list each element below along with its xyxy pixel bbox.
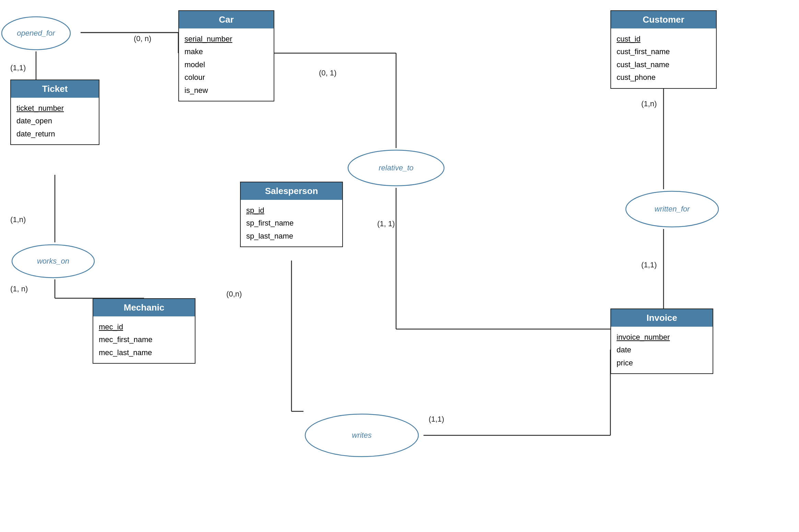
attr-date: date — [617, 343, 707, 356]
relation-writes-label: writes — [352, 431, 371, 440]
entity-invoice-header: Invoice — [611, 309, 713, 327]
card-11-relative: (1, 1) — [377, 219, 395, 228]
entity-mechanic-body: mec_id mec_first_name mec_last_name — [93, 316, 195, 363]
entity-ticket: Ticket ticket_number date_open date_retu… — [10, 80, 99, 145]
attr-model: model — [184, 58, 268, 71]
relation-written-for: written_for — [622, 189, 722, 229]
relation-works-on-label: works_on — [37, 257, 69, 266]
card-11-invoice: (1,1) — [429, 415, 444, 424]
relation-writes: writes — [302, 411, 422, 459]
attr-cust-first-name: cust_first_name — [617, 45, 711, 58]
attr-cust-last-name: cust_last_name — [617, 58, 711, 71]
card-11-ticket: (1,1) — [10, 63, 26, 72]
card-0n-car: (0, n) — [134, 34, 151, 43]
attr-serial-number: serial_number — [184, 33, 268, 45]
card-1n-customer: (1,n) — [641, 99, 657, 108]
entity-car-header: Car — [179, 11, 274, 28]
entity-car-body: serial_number make model colour is_new — [179, 28, 274, 101]
attr-cust-id: cust_id — [617, 33, 711, 45]
card-1n-mechanic: (1, n) — [10, 285, 28, 293]
card-0n-writes: (0,n) — [226, 290, 242, 299]
attr-make: make — [184, 45, 268, 58]
entity-customer: Customer cust_id cust_first_name cust_la… — [610, 10, 717, 89]
attr-sp-last-name: sp_last_name — [246, 230, 337, 242]
relation-written-for-label: written_for — [655, 205, 690, 214]
entity-salesperson: Salesperson sp_id sp_first_name sp_last_… — [240, 182, 343, 247]
relation-opened-for: opened_for — [0, 14, 72, 52]
entity-mechanic: Mechanic mec_id mec_first_name mec_last_… — [93, 298, 195, 364]
attr-mec-first-name: mec_first_name — [99, 333, 189, 346]
card-11-written: (1,1) — [641, 261, 657, 269]
entity-invoice: Invoice invoice_number date price — [610, 309, 713, 374]
attr-date-open: date_open — [16, 114, 93, 127]
attr-date-return: date_return — [16, 128, 93, 140]
entity-customer-header: Customer — [611, 11, 716, 28]
attr-mec-id: mec_id — [99, 321, 189, 333]
entity-invoice-body: invoice_number date price — [611, 327, 713, 373]
attr-invoice-number: invoice_number — [617, 331, 707, 343]
entity-salesperson-body: sp_id sp_first_name sp_last_name — [241, 200, 342, 246]
entity-ticket-body: ticket_number date_open date_return — [11, 98, 99, 144]
attr-is-new: is_new — [184, 84, 268, 97]
attr-price: price — [617, 356, 707, 369]
entity-mechanic-header: Mechanic — [93, 299, 195, 316]
entity-car: Car serial_number make model colour is_n… — [178, 10, 274, 101]
relation-relative-to: relative_to — [345, 148, 448, 188]
attr-mec-last-name: mec_last_name — [99, 346, 189, 359]
entity-ticket-header: Ticket — [11, 80, 99, 98]
attr-cust-phone: cust_phone — [617, 71, 711, 84]
entity-customer-body: cust_id cust_first_name cust_last_name c… — [611, 28, 716, 88]
entity-salesperson-header: Salesperson — [241, 182, 342, 200]
card-01-car: (0, 1) — [319, 69, 336, 77]
attr-colour: colour — [184, 71, 268, 84]
card-1n-works: (1,n) — [10, 215, 26, 224]
relation-works-on: works_on — [9, 242, 98, 280]
relation-opened-for-label: opened_for — [17, 29, 55, 38]
attr-sp-id: sp_id — [246, 204, 337, 217]
diagram-container: Car serial_number make model colour is_n… — [0, 0, 799, 532]
attr-ticket-number: ticket_number — [16, 102, 93, 114]
relation-relative-to-label: relative_to — [379, 164, 414, 172]
attr-sp-first-name: sp_first_name — [246, 217, 337, 229]
